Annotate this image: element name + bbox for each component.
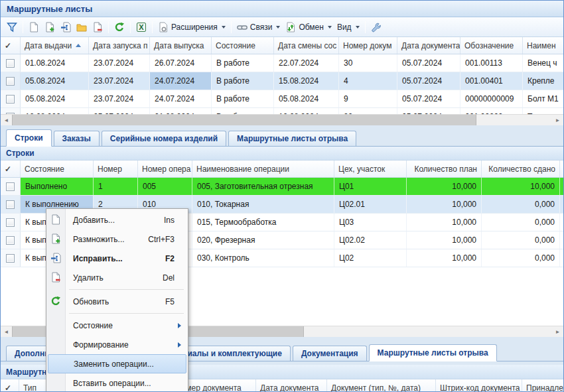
menu-item-state[interactable]: Состояние bbox=[46, 316, 188, 335]
column-header[interactable]: Дата документа bbox=[256, 379, 327, 392]
row-checkbox-cell[interactable] bbox=[1, 231, 21, 249]
cell[interactable]: 005, Заготовительная отрезная bbox=[192, 178, 334, 195]
tab-tear-off-route-sheets-bottom[interactable]: Маршрутные листы отрыва bbox=[369, 344, 497, 361]
cell[interactable]: 23.07.2024 bbox=[89, 90, 150, 107]
cell[interactable]: 00000000009 bbox=[460, 90, 523, 107]
tab-dokumentaciya[interactable]: Документация bbox=[293, 346, 367, 361]
column-header[interactable]: Количество план bbox=[407, 161, 482, 177]
cell[interactable] bbox=[560, 249, 564, 267]
cell[interactable]: 015, Термообработка bbox=[192, 214, 334, 231]
cell[interactable] bbox=[560, 214, 564, 231]
cell[interactable]: 0,000 bbox=[482, 249, 560, 267]
cell[interactable]: 01.08.2024 bbox=[21, 54, 89, 72]
column-header[interactable]: Дата документа bbox=[397, 37, 460, 54]
duplicate-button[interactable] bbox=[42, 19, 58, 35]
cell[interactable]: Венец ч bbox=[523, 54, 563, 72]
extensions-menu-button[interactable]: Расширения bbox=[155, 19, 228, 35]
checkbox[interactable] bbox=[6, 59, 15, 68]
cell[interactable]: 10,000 bbox=[482, 178, 560, 195]
cell[interactable]: 9 bbox=[339, 90, 397, 107]
column-header[interactable]: Количество сдано bbox=[482, 161, 560, 177]
cell[interactable]: Болт М1 bbox=[523, 90, 563, 107]
checkbox[interactable] bbox=[6, 236, 15, 245]
cell[interactable]: Крепле bbox=[523, 72, 563, 90]
scroll-right-button[interactable]: ► bbox=[552, 326, 563, 337]
menu-item-formation[interactable]: Формирование bbox=[46, 335, 188, 354]
column-header[interactable]: Дата запуска п bbox=[89, 37, 150, 54]
cell[interactable]: 10,000 bbox=[407, 178, 482, 195]
scrollbar-thumb[interactable] bbox=[12, 115, 476, 125]
cell[interactable]: В работе bbox=[212, 54, 274, 72]
checkbox[interactable] bbox=[6, 200, 15, 209]
column-header[interactable]: Штрих-код документа bbox=[436, 379, 522, 392]
cell[interactable]: 4 bbox=[339, 72, 397, 90]
select-all-column-header[interactable]: ✓ bbox=[1, 379, 19, 392]
checkbox[interactable] bbox=[6, 218, 15, 227]
column-header[interactable]: Состояние bbox=[212, 37, 274, 54]
column-header[interactable]: Наименование операции bbox=[192, 161, 334, 177]
column-header[interactable]: Принадлежность bbox=[522, 379, 563, 392]
customize-button[interactable] bbox=[368, 19, 384, 35]
cell[interactable]: 005 bbox=[138, 178, 192, 195]
cell[interactable]: 05.08.2024 bbox=[274, 90, 339, 107]
cell[interactable]: 23.07.2024 bbox=[89, 72, 150, 90]
menu-item-insert-operations[interactable]: Вставить операции... bbox=[46, 373, 188, 392]
column-header[interactable]: Дата выпуска bbox=[150, 37, 212, 54]
table-row-completed[interactable]: Выполнено 1 005 005, Заготовительная отр… bbox=[1, 178, 563, 196]
cell[interactable]: 10,000 bbox=[407, 249, 482, 267]
cell[interactable]: 10,000 bbox=[407, 231, 482, 249]
tab-zakazy[interactable]: Заказы bbox=[54, 131, 100, 146]
scroll-left-button[interactable]: ◄ bbox=[1, 115, 12, 125]
cell[interactable]: 15.08.2024 bbox=[274, 72, 339, 90]
cell[interactable] bbox=[560, 178, 564, 195]
row-checkbox-cell[interactable] bbox=[1, 178, 21, 195]
scroll-right-button[interactable]: ► bbox=[552, 115, 563, 125]
delete-button[interactable] bbox=[90, 19, 106, 35]
exchange-menu-button[interactable]: Обмен bbox=[283, 19, 334, 35]
menu-item-edit[interactable]: Исправить... F2 bbox=[46, 249, 188, 268]
cell[interactable]: Ц02.02 bbox=[334, 231, 407, 249]
checkbox[interactable] bbox=[6, 254, 15, 263]
column-header[interactable]: Цех, участок bbox=[334, 161, 407, 177]
column-header[interactable]: Документ (тип, №, дата) bbox=[327, 379, 436, 392]
cell[interactable]: 10,000 bbox=[407, 196, 482, 213]
tab-serial-numbers[interactable]: Серийные номера изделий bbox=[102, 131, 226, 146]
table-row[interactable]: 01.08.2024 23.07.2024 26.07.2024 В работ… bbox=[1, 54, 563, 72]
checkbox[interactable] bbox=[6, 95, 15, 103]
row-checkbox-cell[interactable] bbox=[1, 90, 21, 107]
menu-item-refresh[interactable]: Обновить F5 bbox=[46, 292, 188, 311]
cell[interactable]: 05.07.2024 bbox=[397, 72, 460, 90]
cell[interactable] bbox=[560, 196, 564, 213]
open-button[interactable] bbox=[74, 19, 90, 35]
view-menu-button[interactable]: Вид bbox=[334, 19, 362, 35]
export-excel-button[interactable]: X bbox=[133, 19, 149, 35]
menu-item-delete[interactable]: Удалить Del bbox=[46, 268, 188, 287]
cell[interactable]: 22.07.2024 bbox=[274, 54, 339, 72]
table-row-selected[interactable]: 05.08.2024 23.07.2024 24.07.2024 В работ… bbox=[1, 72, 563, 90]
scroll-left-button[interactable]: ◄ bbox=[1, 326, 12, 337]
row-checkbox-cell[interactable] bbox=[1, 196, 21, 213]
cell[interactable]: Ц03 bbox=[334, 214, 407, 231]
menu-item-duplicate[interactable]: Размножить... Ctrl+F3 bbox=[46, 229, 188, 249]
cell[interactable]: 020, Фрезерная bbox=[192, 231, 334, 249]
cell[interactable]: 23.07.2024 bbox=[89, 54, 150, 72]
cell[interactable]: 05.08.2024 bbox=[21, 72, 89, 90]
cell[interactable]: 001.00113 bbox=[460, 54, 523, 72]
row-checkbox-cell[interactable] bbox=[1, 72, 21, 90]
column-header[interactable]: Состояние bbox=[21, 161, 94, 177]
menu-item-replace-operations[interactable]: Заменить операции... bbox=[48, 354, 186, 373]
cell[interactable]: 030, Контроль bbox=[192, 249, 334, 267]
menu-item-add[interactable]: Добавить... Ins bbox=[46, 210, 188, 229]
tab-stroki[interactable]: Строки bbox=[6, 129, 52, 147]
add-button[interactable] bbox=[26, 19, 42, 35]
cell[interactable]: Ц02 bbox=[334, 249, 407, 267]
cell[interactable]: В работе bbox=[212, 72, 274, 90]
cell[interactable]: Выполнено bbox=[21, 178, 94, 195]
cell[interactable]: 05.08.2024 bbox=[21, 90, 89, 107]
checkbox[interactable] bbox=[6, 77, 15, 86]
column-header[interactable] bbox=[560, 161, 564, 177]
column-header[interactable]: Дата выдачи bbox=[21, 37, 89, 54]
cell[interactable]: 1 bbox=[94, 178, 138, 195]
cell[interactable]: 26.07.2024 bbox=[150, 54, 212, 72]
cell[interactable]: 24.07.2024 bbox=[150, 90, 212, 107]
